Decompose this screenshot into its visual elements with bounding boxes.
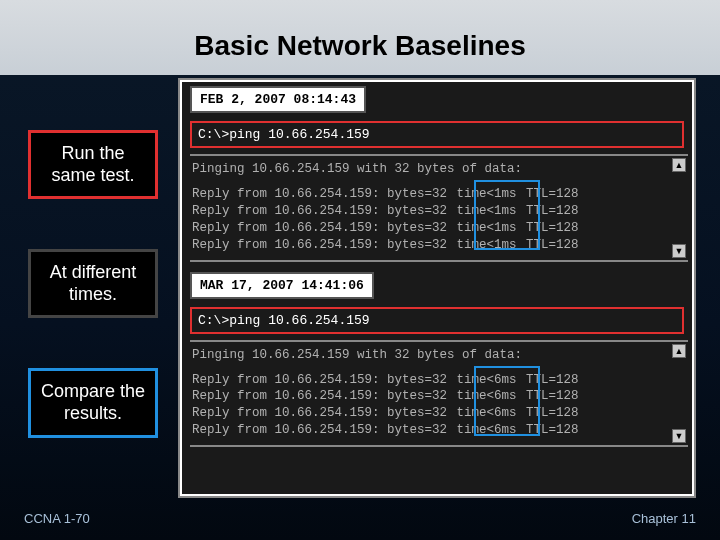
time-value: time<6ms bbox=[455, 388, 519, 405]
scroll-down-icon[interactable]: ▼ bbox=[672, 429, 686, 443]
time-value: time<1ms bbox=[455, 203, 519, 220]
ping-header-2: Pinging 10.66.254.159 with 32 bytes of d… bbox=[192, 348, 668, 362]
scroll-down-icon[interactable]: ▼ bbox=[672, 244, 686, 258]
terminal-container: FEB 2, 2007 08:14:43 C:\>ping 10.66.254.… bbox=[178, 78, 696, 498]
scroll-up-icon[interactable]: ▲ bbox=[672, 158, 686, 172]
reply-row: Reply from 10.66.254.159: bytes=32 time<… bbox=[192, 372, 668, 389]
output-region-2: ▲ ▼ Pinging 10.66.254.159 with 32 bytes … bbox=[190, 340, 688, 448]
ping-command-1: C:\>ping 10.66.254.159 bbox=[190, 121, 684, 148]
time-value: time<1ms bbox=[455, 220, 519, 237]
reply-row: Reply from 10.66.254.159: bytes=32 time<… bbox=[192, 422, 668, 439]
scroll-up-icon[interactable]: ▲ bbox=[672, 344, 686, 358]
time-value: time<1ms bbox=[455, 237, 519, 254]
ping-header-1: Pinging 10.66.254.159 with 32 bytes of d… bbox=[192, 162, 668, 176]
reply-row: Reply from 10.66.254.159: bytes=32 time<… bbox=[192, 388, 668, 405]
reply-row: Reply from 10.66.254.159: bytes=32 time<… bbox=[192, 220, 668, 237]
ping-command-2: C:\>ping 10.66.254.159 bbox=[190, 307, 684, 334]
footer-right: Chapter 11 bbox=[632, 511, 696, 526]
reply-row: Reply from 10.66.254.159: bytes=32 time<… bbox=[192, 203, 668, 220]
slide-title: Basic Network Baselines bbox=[0, 0, 720, 74]
time-value: time<6ms bbox=[455, 372, 519, 389]
reply-row: Reply from 10.66.254.159: bytes=32 time<… bbox=[192, 186, 668, 203]
side-labels: Run the same test. At different times. C… bbox=[28, 130, 158, 438]
label-run-test: Run the same test. bbox=[28, 130, 158, 199]
timestamp-2: MAR 17, 2007 14:41:06 bbox=[190, 272, 374, 299]
time-value: time<6ms bbox=[455, 405, 519, 422]
timestamp-1: FEB 2, 2007 08:14:43 bbox=[190, 86, 366, 113]
label-compare-results: Compare the results. bbox=[28, 368, 158, 437]
reply-row: Reply from 10.66.254.159: bytes=32 time<… bbox=[192, 237, 668, 254]
output-region-1: ▲ ▼ Pinging 10.66.254.159 with 32 bytes … bbox=[190, 154, 688, 262]
time-value: time<1ms bbox=[455, 186, 519, 203]
label-different-times: At different times. bbox=[28, 249, 158, 318]
footer-left: CCNA 1-70 bbox=[24, 511, 90, 526]
reply-row: Reply from 10.66.254.159: bytes=32 time<… bbox=[192, 405, 668, 422]
footer: CCNA 1-70 Chapter 11 bbox=[24, 511, 696, 526]
time-value: time<6ms bbox=[455, 422, 519, 439]
